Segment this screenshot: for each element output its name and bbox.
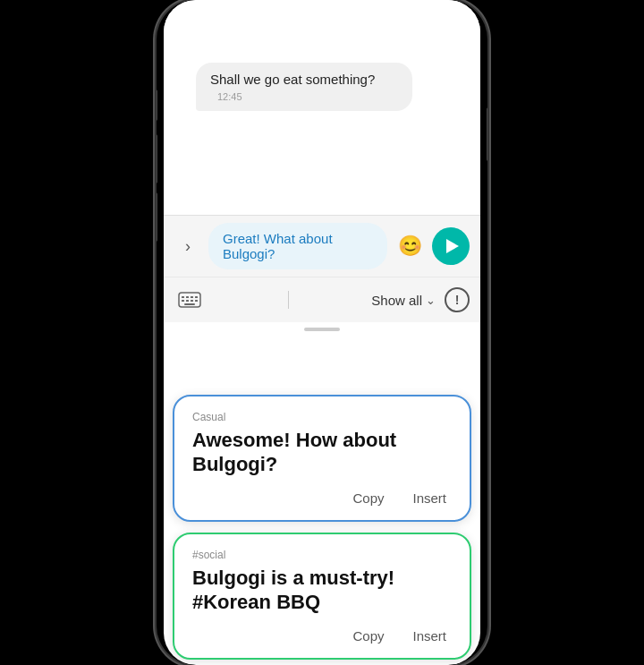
- svg-rect-2: [186, 296, 189, 298]
- info-icon: !: [455, 293, 460, 307]
- message-input[interactable]: Great! What about Bulgogi?: [208, 223, 387, 269]
- side-button-mute: [157, 90, 157, 121]
- input-bar: › Great! What about Bulgogi? 😊: [164, 215, 480, 277]
- received-message-text: Shall we go eat something?: [210, 72, 375, 87]
- send-icon: [446, 239, 459, 253]
- toolbar-bar: Show all ⌄ !: [164, 277, 480, 322]
- toolbar-divider: [288, 291, 289, 309]
- input-text-value: Great! What about Bulgogi?: [223, 231, 333, 261]
- suggestion-actions-casual: Copy Insert: [192, 489, 452, 507]
- suggestion-card-casual[interactable]: Casual Awesome! How about Bulgogi? Copy …: [173, 395, 471, 522]
- chevron-right-icon: ›: [185, 237, 191, 256]
- svg-rect-4: [195, 296, 198, 298]
- received-message-bubble: Shall we go eat something? 12:45: [196, 63, 412, 111]
- info-button[interactable]: !: [445, 287, 470, 312]
- svg-rect-8: [195, 300, 198, 302]
- send-button[interactable]: [432, 227, 470, 265]
- keyboard-toggle-button[interactable]: [174, 285, 205, 315]
- emoji-icon: 😊: [398, 234, 422, 258]
- copy-button-social[interactable]: Copy: [347, 627, 389, 645]
- suggestion-actions-social: Copy Insert: [192, 627, 452, 645]
- phone-frame: Shall we go eat something? 12:45 › Great…: [157, 0, 487, 665]
- copy-button-casual[interactable]: Copy: [347, 489, 389, 507]
- suggestion-text-social: Bulgogi is a must-try! #Korean BBQ: [192, 567, 452, 614]
- svg-rect-3: [191, 296, 193, 298]
- message-row: Shall we go eat something? 12:45: [178, 45, 466, 111]
- emoji-button[interactable]: 😊: [394, 231, 425, 261]
- side-button-vol-up: [157, 134, 157, 183]
- side-button-power: [487, 107, 487, 161]
- suggestion-tag-casual: Casual: [192, 411, 452, 423]
- toolbar-right: Show all ⌄ !: [371, 287, 470, 312]
- message-timestamp: 12:45: [217, 91, 242, 102]
- insert-button-casual[interactable]: Insert: [407, 489, 452, 507]
- suggestion-tag-social: #social: [192, 549, 452, 561]
- chevron-down-icon: ⌄: [426, 294, 436, 307]
- show-all-label: Show all: [371, 293, 422, 308]
- svg-rect-6: [186, 300, 189, 302]
- suggestion-cards: Casual Awesome! How about Bulgogi? Copy …: [164, 389, 480, 665]
- side-button-vol-down: [157, 192, 157, 242]
- suggestion-card-social[interactable]: #social Bulgogi is a must-try! #Korean B…: [173, 533, 471, 660]
- svg-rect-5: [182, 300, 184, 302]
- show-all-button[interactable]: Show all ⌄: [371, 293, 436, 308]
- phone-screen: Shall we go eat something? 12:45 › Great…: [164, 0, 480, 665]
- chat-area: Shall we go eat something? 12:45: [164, 0, 480, 206]
- drag-handle: [304, 328, 340, 331]
- svg-rect-1: [182, 296, 184, 298]
- keyboard-icon: [178, 292, 201, 308]
- insert-button-social[interactable]: Insert: [407, 627, 452, 645]
- suggestion-text-casual: Awesome! How about Bulgogi?: [192, 429, 452, 476]
- svg-rect-9: [184, 303, 195, 305]
- expand-button[interactable]: ›: [174, 233, 201, 260]
- svg-rect-7: [191, 300, 193, 302]
